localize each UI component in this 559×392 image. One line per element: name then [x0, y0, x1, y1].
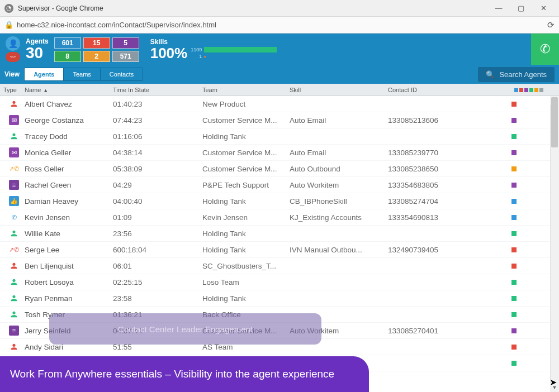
overlay-pill-text: Contact Center Leader Engagement [118, 324, 253, 334]
cell-name: George Costanza [25, 116, 113, 125]
table-row[interactable]: ✉Monica Geller04:38:14Customer Service M… [0, 145, 559, 161]
search-agents-box[interactable]: 🔍 Search Agents [478, 67, 555, 82]
agent-state-cell[interactable]: 601 [54, 37, 81, 49]
table-row[interactable]: ≡Rachel Green04:29P&PE Tech SupportAuto … [0, 177, 559, 193]
agent-state-cell[interactable]: 15 [83, 37, 110, 49]
cell-name: Ryan Penman [25, 294, 113, 303]
table-row[interactable]: ↗✆Serge Lee600:18:04Holding TankIVN Manu… [0, 242, 559, 258]
col-header-time[interactable]: Time In State [113, 87, 202, 93]
table-row[interactable]: 👍Damian Heavey04:00:40Holding TankCB_IBP… [0, 193, 559, 209]
reload-icon[interactable]: ⟳ [547, 20, 555, 30]
cell-name: Tracey Dodd [25, 132, 113, 141]
cell-indicator [500, 213, 550, 222]
phone-outbound-icon: ↗✆ [9, 164, 19, 174]
cell-time: 600:18:04 [113, 246, 202, 254]
table-row[interactable]: Ben Liljenquist06:01SC_Ghostbusters_T... [0, 258, 559, 274]
window-minimize-button[interactable]: — [487, 0, 510, 17]
cell-indicator [500, 165, 550, 173]
cell-contact: 133085274704 [388, 197, 500, 205]
skills-bar-bottom [204, 56, 277, 58]
table-row[interactable]: ✆Kevin Jensen01:09Kevin JensenKJ_Existin… [0, 209, 559, 226]
view-tabs: AgentsTeamsContacts [24, 68, 143, 81]
cell-team: Holding Tank [202, 230, 290, 238]
cell-skill: Auto Email [290, 116, 388, 125]
app-header: 👤 〰 Agents 30 60115582571 Skills 100% 11… [0, 34, 559, 65]
cell-indicator [500, 359, 550, 367]
cell-time: 04:00:40 [113, 197, 202, 205]
workitem-icon: ≡ [9, 180, 19, 190]
skills-bar-top [204, 47, 277, 52]
cell-contact: 132490739405 [388, 246, 500, 254]
agent-state-grid: 60115582571 [54, 37, 139, 62]
cell-indicator [500, 246, 550, 254]
agent-state-cell[interactable]: 571 [112, 51, 139, 62]
tab-agents[interactable]: Agents [25, 68, 64, 80]
cell-skill: Auto Workitem [290, 181, 388, 189]
cell-indicator [500, 230, 550, 238]
view-bar: View AgentsTeamsContacts 🔍 Search Agents [0, 65, 559, 84]
profile-badges[interactable]: 👤 〰 [6, 36, 20, 62]
url-text[interactable]: home-c32.nice-incontact.com/inContact/Su… [17, 21, 543, 29]
cell-time: 01:40:23 [113, 100, 202, 108]
cell-name: Serge Lee [25, 246, 113, 254]
agent-state-cell[interactable]: 8 [54, 51, 81, 62]
cell-team: Loso Team [202, 278, 290, 286]
status-badge-icon[interactable]: 〰 [6, 52, 20, 62]
agent-unavailable-icon [9, 342, 19, 352]
cell-time: 23:58 [113, 294, 202, 303]
call-button[interactable]: ✆ [531, 34, 559, 65]
cell-indicator [500, 327, 550, 335]
table-row[interactable]: ✉George Costanza07:44:23Customer Service… [0, 112, 559, 128]
caption-banner: Work From Anywhere essentials – Visibili… [0, 356, 369, 392]
table-row[interactable]: Ryan Penman23:58Holding Tank [0, 290, 559, 307]
cell-name: Monica Geller [25, 149, 113, 157]
col-header-name[interactable]: Name▲ [25, 87, 113, 93]
agent-available-icon [9, 277, 19, 287]
tab-teams[interactable]: Teams [64, 68, 100, 80]
cell-name: Willie Kate [25, 230, 113, 238]
cell-contact: 133354683805 [388, 181, 500, 189]
phone-icon: ✆ [9, 212, 19, 222]
agent-state-cell[interactable]: 5 [112, 37, 139, 49]
cell-time: 05:38:09 [113, 165, 202, 173]
cell-name: Rachel Green [25, 181, 113, 189]
table-row[interactable]: Willie Kate23:56Holding Tank [0, 226, 559, 242]
col-header-contact[interactable]: Contact ID [388, 87, 500, 93]
agent-state-cell[interactable]: 2 [83, 51, 110, 62]
skills-percent: 100% [150, 46, 188, 60]
sort-asc-icon: ▲ [43, 88, 48, 93]
agent-unavailable-icon [9, 261, 19, 271]
col-header-skill[interactable]: Skill [290, 87, 388, 93]
window-close-button[interactable]: ✕ [532, 0, 555, 17]
cell-name: Ben Liljenquist [25, 262, 113, 270]
tab-contacts[interactable]: Contacts [101, 68, 143, 80]
agent-available-icon [9, 131, 19, 141]
scrollbar-thumb[interactable] [551, 97, 558, 147]
callback-icon: 👍 [9, 196, 19, 206]
table-row[interactable]: ↗✆Ross Geller05:38:09Customer Service M.… [0, 161, 559, 177]
cell-team: Holding Tank [202, 246, 290, 254]
col-header-team[interactable]: Team [202, 87, 290, 93]
user-avatar-icon[interactable]: 👤 [6, 36, 20, 51]
table-row[interactable]: Albert Chavez01:40:23New Product [0, 96, 559, 112]
cell-time: 06:01 [113, 262, 202, 270]
table-row[interactable]: Tracey Dodd01:16:06Holding Tank [0, 128, 559, 145]
cell-team: Holding Tank [202, 294, 290, 303]
phone-missed-icon: ↗✆ [9, 245, 19, 255]
cell-skill: Auto Outbound [290, 165, 388, 173]
agent-available-icon [9, 309, 19, 319]
agent-available-icon [9, 293, 19, 303]
col-header-type[interactable]: Type [0, 87, 25, 93]
agents-summary: Agents 30 [26, 37, 49, 61]
cell-time: 04:38:14 [113, 149, 202, 157]
col-header-indicators [500, 87, 550, 93]
window-maximize-button[interactable]: ▢ [510, 0, 532, 17]
cell-name: Albert Chavez [25, 100, 113, 108]
table-row[interactable]: Robert Losoya02:25:15Loso Team [0, 274, 559, 290]
agent-unavailable-icon [9, 99, 19, 109]
cell-name: Robert Losoya [25, 278, 113, 286]
lock-icon: 🔒 [4, 21, 13, 29]
table-header-row: Type Name▲ Time In State Team Skill Cont… [0, 84, 559, 96]
cell-contact: 133085239770 [388, 149, 500, 157]
cell-indicator [500, 181, 550, 189]
